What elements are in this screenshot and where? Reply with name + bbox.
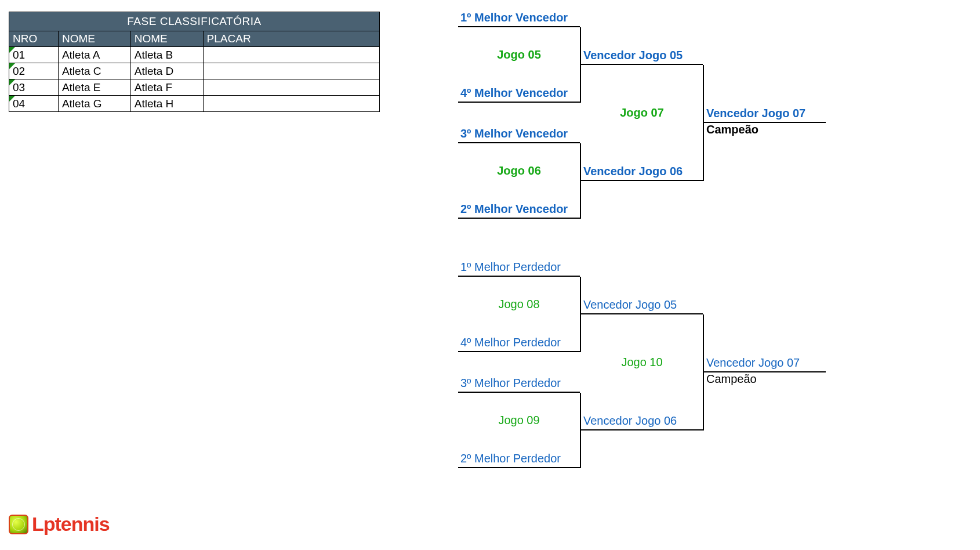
cell-nome2: Atleta B	[130, 47, 203, 63]
game-07-label: Jogo 07	[581, 106, 703, 120]
slot-loser-semi-1: Vencedor Jogo 05	[581, 296, 703, 314]
slot-loser-1: 1º Melhor Perdedor	[458, 258, 580, 277]
table-row: 03 Atleta E Atleta F	[9, 79, 380, 96]
slot-winner-4: 4º Melhor Vencedor	[458, 84, 580, 103]
brand-text: Lptennis	[32, 513, 110, 535]
slot-final-winner: Vencedor Jogo 07	[704, 104, 826, 123]
cell-nome2: Atleta D	[130, 63, 203, 79]
header-nome2: NOME	[130, 31, 203, 47]
header-nome1: NOME	[58, 31, 130, 47]
bracket: 1º Melhor Vencedor 4º Melhor Vencedor Jo…	[458, 9, 968, 537]
cell-placar	[203, 96, 379, 112]
header-placar: PLACAR	[203, 31, 379, 47]
connector	[580, 393, 581, 468]
slot-winner-1: 1º Melhor Vencedor	[458, 9, 580, 27]
slot-winner-3: 3º Melhor Vencedor	[458, 125, 580, 143]
champion-label-losers: Campeão	[704, 372, 757, 386]
game-08-label: Jogo 08	[458, 298, 580, 311]
game-09-label: Jogo 09	[458, 414, 580, 427]
header-nro: NRO	[9, 31, 59, 47]
cell-nro: 03	[9, 79, 59, 96]
logo: Lptennis	[9, 513, 110, 535]
slot-final-loser: Vencedor Jogo 07	[704, 354, 826, 372]
slot-loser-semi-2: Vencedor Jogo 06	[581, 412, 703, 430]
slot-loser-4: 4º Melhor Perdedor	[458, 334, 580, 352]
slot-winner-2: 2º Melhor Vencedor	[458, 200, 580, 219]
cell-nome2: Atleta F	[130, 79, 203, 96]
slot-semi-1: Vencedor Jogo 05	[581, 46, 703, 65]
classification-table: FASE CLASSIFICATÓRIA NRO NOME NOME PLACA…	[9, 12, 380, 112]
game-10-label: Jogo 10	[581, 356, 703, 369]
table-row: 01 Atleta A Atleta B	[9, 47, 380, 63]
cell-nro: 02	[9, 63, 59, 79]
cell-nome1: Atleta C	[58, 63, 130, 79]
table-row: 04 Atleta G Atleta H	[9, 96, 380, 112]
cell-nome1: Atleta E	[58, 79, 130, 96]
slot-loser-2: 2º Melhor Perdedor	[458, 450, 580, 468]
cell-nome1: Atleta A	[58, 47, 130, 63]
cell-nro: 01	[9, 47, 59, 63]
table-row: 02 Atleta C Atleta D	[9, 63, 380, 79]
tennis-ball-icon	[9, 515, 28, 534]
table-header-row: NRO NOME NOME PLACAR	[9, 31, 380, 47]
connector	[580, 143, 581, 219]
champion-label: Campeão	[704, 123, 758, 136]
cell-placar	[203, 47, 379, 63]
connector	[580, 277, 581, 352]
cell-nome2: Atleta H	[130, 96, 203, 112]
cell-placar	[203, 79, 379, 96]
slot-semi-2: Vencedor Jogo 06	[581, 162, 703, 181]
table-title: FASE CLASSIFICATÓRIA	[9, 12, 380, 31]
game-05-label: Jogo 05	[458, 48, 580, 61]
cell-nro: 04	[9, 96, 59, 112]
cell-nome1: Atleta G	[58, 96, 130, 112]
cell-placar	[203, 63, 379, 79]
connector	[580, 27, 581, 103]
game-06-label: Jogo 06	[458, 164, 580, 178]
slot-loser-3: 3º Melhor Perdedor	[458, 374, 580, 393]
